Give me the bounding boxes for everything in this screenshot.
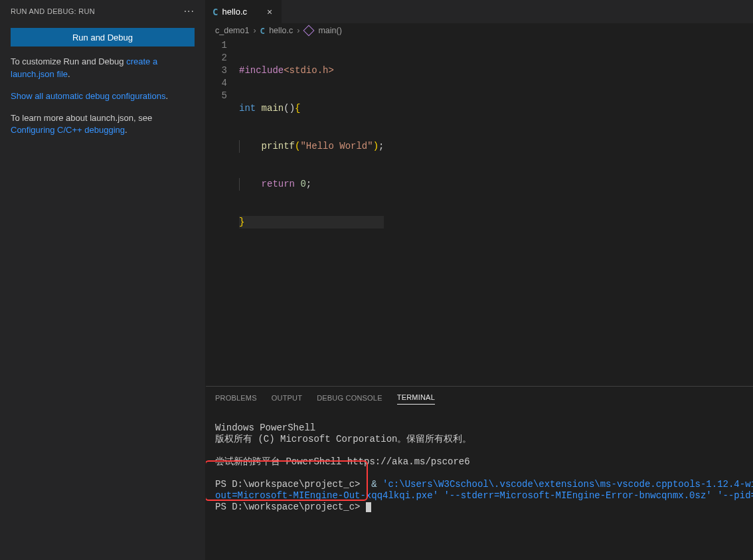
customize-paragraph: To customize Run and Debug create a laun… [11, 56, 195, 81]
bottom-panel: PROBLEMS OUTPUT DEBUG CONSOLE TERMINAL W… [206, 386, 753, 560]
learn-more-paragraph: To learn more about launch.json, see Con… [11, 112, 195, 138]
tab-output[interactable]: OUTPUT [272, 391, 302, 405]
line-number-gutter: 1 2 3 4 5 [206, 38, 239, 386]
terminal-cursor [366, 502, 371, 512]
run-and-debug-button[interactable]: Run and Debug [11, 28, 195, 47]
breadcrumb-symbol[interactable]: main() [318, 26, 341, 35]
symbol-method-icon [303, 25, 315, 37]
indent-guide [239, 178, 240, 191]
token-function: main [256, 103, 284, 114]
code-line[interactable]: #include<stdio.h> [239, 64, 384, 77]
breadcrumb-folder[interactable]: c_demo1 [215, 26, 249, 35]
code-line[interactable]: printf("Hello World"); [239, 140, 384, 153]
token-function: printf [262, 141, 295, 151]
sidebar-body: Run and Debug To customize Run and Debug… [0, 23, 205, 142]
token-number: 0 [300, 179, 305, 189]
show-all-paragraph: Show all automatic debug configurations. [11, 90, 195, 103]
learn-prefix: To learn more about launch.json, see [11, 113, 152, 123]
c-file-icon: C [212, 7, 218, 17]
terminal-view[interactable]: Windows PowerShell 版权所有 (C) Microsoft Co… [206, 409, 753, 560]
code-line[interactable]: int main(){ [239, 102, 384, 115]
token-string: "Hello World" [300, 141, 373, 151]
tab-hello-c[interactable]: C hello.c × [206, 0, 282, 23]
configuring-debug-link[interactable]: Configuring C/C++ debugging [11, 125, 125, 135]
tab-problems[interactable]: PROBLEMS [215, 391, 257, 405]
show-all-suffix: . [165, 91, 168, 101]
code-line[interactable]: } [239, 216, 384, 229]
customize-text: To customize Run and Debug [11, 56, 126, 66]
token-punct: ; [378, 141, 384, 151]
terminal-argument: '--stderr=Microsoft-MIEngine-Error-bnwcq… [438, 490, 753, 501]
token-keyword: int [239, 103, 256, 114]
more-actions-icon[interactable]: ··· [184, 5, 195, 17]
breadcrumb[interactable]: c_demo1 › C hello.c › main() [206, 23, 753, 38]
learn-suffix: . [125, 125, 127, 135]
chevron-right-icon: › [253, 26, 256, 35]
line-number: 1 [206, 39, 227, 52]
chevron-right-icon: › [297, 26, 299, 35]
terminal-prompt: PS D:\workspace\project_c> [215, 479, 366, 490]
code-content[interactable]: #include<stdio.h> int main(){ printf("He… [239, 38, 384, 386]
terminal-prompt: PS D:\workspace\project_c> [215, 502, 366, 512]
token-keyword: return [262, 179, 295, 189]
terminal-line: 尝试新的跨平台 PowerShell https://aka.ms/pscore… [215, 456, 470, 467]
show-all-configs-link[interactable]: Show all automatic debug configurations [11, 91, 165, 101]
token-brace: } [239, 217, 244, 227]
editor-group: C hello.c × c_demo1 › C hello.c › main()… [206, 0, 753, 560]
line-number: 3 [206, 64, 227, 77]
tab-debug-console[interactable]: DEBUG CONSOLE [317, 391, 382, 405]
line-number: 5 [206, 90, 227, 102]
close-tab-icon[interactable]: × [264, 7, 275, 17]
token-paren: ) [373, 141, 378, 151]
code-line[interactable]: return 0; [239, 178, 384, 191]
panel-tabs: PROBLEMS OUTPUT DEBUG CONSOLE TERMINAL [206, 387, 753, 409]
token-preprocessor: #include [239, 65, 284, 76]
c-file-icon: C [260, 26, 266, 36]
token-include: <stdio.h> [284, 65, 334, 76]
tab-terminal[interactable]: TERMINAL [397, 391, 435, 405]
indent-guide [239, 140, 240, 153]
sidebar-header: RUN AND DEBUG: RUN ··· [0, 0, 205, 23]
customize-suffix: . [68, 69, 70, 79]
line-number: 2 [206, 52, 227, 64]
tab-label: hello.c [222, 7, 247, 17]
sidebar-title: RUN AND DEBUG: RUN [11, 7, 95, 15]
run-debug-sidebar: RUN AND DEBUG: RUN ··· Run and Debug To … [0, 0, 206, 560]
terminal-line: 版权所有 (C) Microsoft Corporation。保留所有权利。 [215, 434, 471, 444]
token-paren: () [284, 103, 295, 114]
terminal-argument: out=Microsoft-MIEngine-Out-xqq4lkqi.pxe' [215, 490, 438, 501]
terminal-line: Windows PowerShell [215, 422, 315, 433]
token-punct: ; [306, 179, 311, 189]
terminal-amp: & [366, 479, 382, 490]
line-number: 4 [206, 77, 227, 90]
code-editor[interactable]: 1 2 3 4 5 #include<stdio.h> int main(){ … [206, 38, 753, 386]
token-brace: { [295, 103, 300, 114]
terminal-argument: 'c:\Users\W3Cschool\.vscode\extensions\m… [382, 479, 753, 490]
breadcrumb-file[interactable]: hello.c [269, 26, 293, 35]
tab-bar: C hello.c × [206, 0, 753, 23]
